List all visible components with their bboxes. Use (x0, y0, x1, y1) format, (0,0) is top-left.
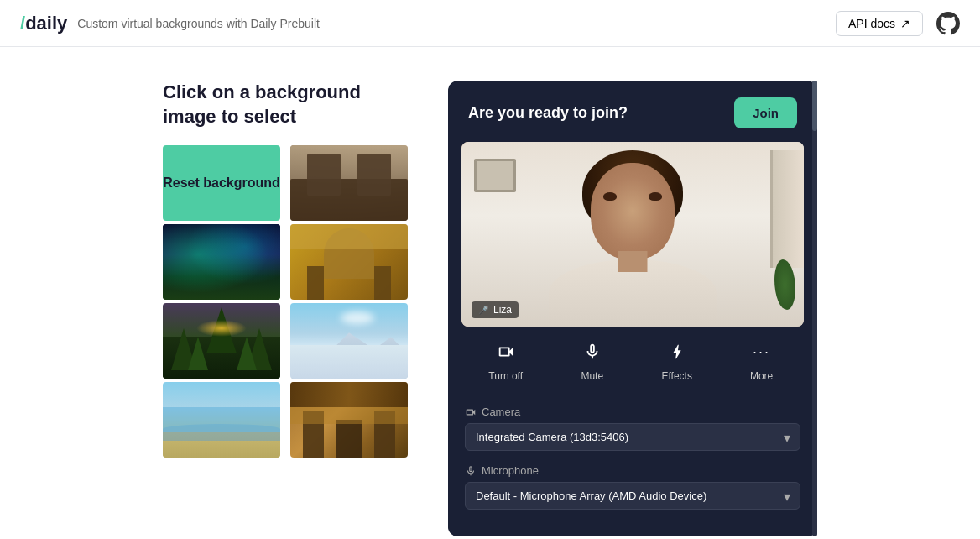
api-docs-label: API docs (848, 17, 895, 30)
participant-name-badge: 🎤 Liza (472, 301, 519, 318)
background-forest[interactable] (163, 303, 280, 379)
main-content: Click on a background image to select Re… (0, 47, 980, 539)
turn-off-button[interactable]: Turn off (488, 337, 523, 382)
camera-label: Camera (465, 406, 800, 418)
more-button[interactable]: ··· More (747, 337, 777, 382)
background-mountains[interactable] (290, 303, 408, 379)
video-call-panel: Are you ready to join? Join (448, 81, 817, 536)
controls-bar: Turn off Mute Effe (448, 327, 817, 392)
microphone-label: Microphone (465, 464, 800, 477)
api-docs-button[interactable]: API docs ↗ (836, 11, 923, 36)
more-label: More (750, 370, 773, 382)
background-grid: Reset background (163, 145, 414, 458)
microphone-setting: Microphone Default - Microphone Array (A… (465, 464, 800, 510)
scroll-thumb (812, 81, 817, 131)
header-subtitle: Custom virtual backgrounds with Daily Pr… (77, 17, 320, 30)
reset-background-button[interactable]: Reset background (163, 145, 280, 221)
github-icon[interactable] (936, 12, 960, 35)
join-prompt: Are you ready to join? (468, 104, 628, 122)
microphone-select-wrapper: Default - Microphone Array (AMD Audio De… (465, 482, 800, 510)
panel-title: Click on a background image to select (163, 81, 414, 128)
background-dining[interactable] (290, 224, 408, 300)
logo: /daily (20, 13, 67, 34)
join-button[interactable]: Join (734, 97, 797, 128)
header-left: /daily Custom virtual backgrounds with D… (20, 13, 320, 34)
mute-button[interactable]: Mute (577, 337, 607, 382)
scrollbar[interactable] (812, 81, 817, 536)
background-market[interactable] (290, 382, 408, 458)
microphone-icon (577, 337, 607, 367)
microphone-select[interactable]: Default - Microphone Array (AMD Audio De… (465, 482, 800, 510)
camera-icon (491, 337, 521, 367)
background-beach[interactable] (163, 382, 280, 458)
left-panel: Click on a background image to select Re… (163, 81, 414, 458)
background-aurora[interactable] (163, 224, 280, 300)
call-header: Are you ready to join? Join (448, 81, 817, 142)
video-area: 🎤 Liza (461, 142, 804, 327)
mute-label: Mute (581, 370, 603, 382)
header: /daily Custom virtual backgrounds with D… (0, 0, 980, 47)
more-icon: ··· (747, 337, 777, 367)
external-link-icon: ↗ (900, 17, 910, 30)
effects-icon (662, 337, 692, 367)
header-right: API docs ↗ (836, 11, 960, 36)
effects-label: Effects (661, 370, 691, 382)
camera-setting: Camera Integrated Camera (13d3:5406) (465, 406, 800, 451)
effects-button[interactable]: Effects (661, 337, 691, 382)
turn-off-label: Turn off (488, 370, 523, 382)
participant-name: Liza (493, 304, 512, 316)
camera-select[interactable]: Integrated Camera (13d3:5406) (465, 423, 800, 451)
right-panel-wrapper: Are you ready to join? Join (448, 81, 817, 536)
microphone-active-icon: 🎤 (478, 306, 488, 315)
video-feed (461, 142, 804, 327)
background-cafe[interactable] (290, 145, 408, 221)
camera-select-wrapper: Integrated Camera (13d3:5406) (465, 423, 800, 451)
settings-panel: Camera Integrated Camera (13d3:5406) Mic… (448, 392, 817, 536)
